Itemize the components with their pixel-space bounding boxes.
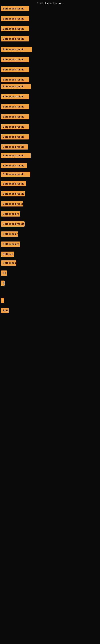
bottleneck-result-label: Bottleneck result [1,114,29,119]
bottleneck-result-label: Bottleneck result [1,104,29,109]
bottleneck-result-label: Bottleneck result [1,47,32,52]
bottleneck-result-label: Bottleneck result [1,77,29,82]
bottleneck-result-label: Bottleneck result [1,36,29,42]
bottleneck-result-label: Bottleneck re [1,242,20,247]
bottleneck-result-label: Bottleneck result [1,172,30,177]
bottleneck-result-label: Bottleneck result [1,181,26,186]
bottleneck-result-label: Bottleneck result [1,26,29,32]
bottleneck-result-label: Bottleneck result [1,144,28,150]
bottleneck-result-label: Bottlene [1,252,14,257]
bottleneck-result-label: Bottleneck result [1,57,29,62]
bottleneck-result-label: Bottleneck result [1,163,27,168]
bottleneck-result-label: Bott [1,308,9,313]
bottleneck-result-label: Bottleneck result [1,201,23,206]
bottleneck-result-label: Bottleneck result [1,67,29,72]
bottleneck-result-label: Bottleneck result [1,191,25,196]
bottleneck-result-label: Bottleneck [1,260,16,266]
bottleneck-result-label: Bottleneck re [1,211,20,216]
bottleneck-result-label: B [1,280,4,286]
bottleneck-result-label: Bottleneck result [1,16,29,21]
bottleneck-result-label: Bo [1,270,7,276]
bottleneck-result-label: Bottleneck result [1,134,29,140]
bottleneck-result-label: : [1,298,4,303]
bottleneck-result-label: Bottleneck result [1,222,25,226]
bottleneck-result-label: Bottleneck r [1,232,18,237]
site-title: TheBottlenecker.com [0,2,100,5]
bottleneck-result-label: Bottleneck result [1,6,29,11]
bottleneck-result-label: Bottleneck result [1,94,29,99]
bottleneck-result-label: Bottleneck result [1,84,31,89]
bottleneck-result-label: Bottleneck result [1,124,29,130]
bottleneck-result-label: Bottleneck result [1,153,31,158]
